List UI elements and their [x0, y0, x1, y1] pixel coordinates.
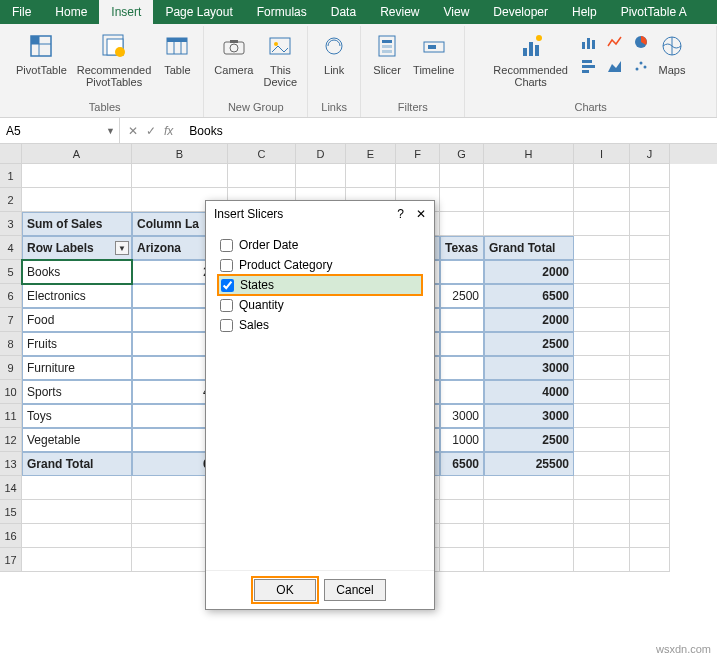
- pivot-data-cell[interactable]: 2000: [484, 260, 574, 284]
- row-header[interactable]: 14: [0, 476, 22, 500]
- cell[interactable]: [484, 164, 574, 188]
- col-header[interactable]: I: [574, 144, 630, 164]
- cell[interactable]: [574, 188, 630, 212]
- select-all-button[interactable]: [0, 144, 22, 164]
- row-header[interactable]: 9: [0, 356, 22, 380]
- checkbox[interactable]: [220, 299, 233, 312]
- cell[interactable]: [296, 164, 346, 188]
- tab-formulas[interactable]: Formulas: [245, 0, 319, 24]
- pivot-data-cell[interactable]: 2500: [484, 332, 574, 356]
- pivot-sum-label[interactable]: Sum of Sales: [22, 212, 132, 236]
- row-header[interactable]: 1: [0, 164, 22, 188]
- cell[interactable]: [22, 164, 132, 188]
- slicer-field-option[interactable]: Sales: [218, 315, 422, 335]
- cell[interactable]: [630, 428, 670, 452]
- cancel-button[interactable]: Cancel: [324, 579, 386, 601]
- cell[interactable]: [574, 356, 630, 380]
- row-header[interactable]: 16: [0, 524, 22, 548]
- row-header[interactable]: 7: [0, 308, 22, 332]
- cell[interactable]: [22, 524, 132, 548]
- pivot-data-cell[interactable]: [440, 260, 484, 284]
- tab-view[interactable]: View: [432, 0, 482, 24]
- this-device-button[interactable]: This Device: [259, 28, 301, 90]
- pivot-data-cell[interactable]: 6500: [484, 284, 574, 308]
- cell[interactable]: [574, 404, 630, 428]
- cell[interactable]: [574, 428, 630, 452]
- pivot-data-cell[interactable]: 3000: [440, 404, 484, 428]
- enter-formula-icon[interactable]: ✓: [146, 124, 156, 138]
- cell[interactable]: [484, 548, 574, 572]
- tab-file[interactable]: File: [0, 0, 43, 24]
- cell[interactable]: [574, 500, 630, 524]
- pivot-data-cell[interactable]: 2500: [440, 284, 484, 308]
- grand-total-cell[interactable]: 25500: [484, 452, 574, 476]
- table-button[interactable]: Table: [157, 28, 197, 78]
- row-header[interactable]: 17: [0, 548, 22, 572]
- cell[interactable]: [574, 380, 630, 404]
- cell[interactable]: [484, 524, 574, 548]
- name-box-dropdown-icon[interactable]: ▼: [106, 126, 115, 136]
- row-header[interactable]: 15: [0, 500, 22, 524]
- row-header[interactable]: 3: [0, 212, 22, 236]
- cell[interactable]: [630, 212, 670, 236]
- cell[interactable]: [440, 548, 484, 572]
- cell[interactable]: [484, 212, 574, 236]
- cell[interactable]: [574, 524, 630, 548]
- tab-developer[interactable]: Developer: [481, 0, 560, 24]
- cell[interactable]: [574, 164, 630, 188]
- cell[interactable]: [630, 452, 670, 476]
- row-header[interactable]: 2: [0, 188, 22, 212]
- cell[interactable]: [440, 164, 484, 188]
- ok-button[interactable]: OK: [254, 579, 316, 601]
- checkbox[interactable]: [221, 279, 234, 292]
- cell[interactable]: [630, 332, 670, 356]
- pivot-data-cell[interactable]: [440, 356, 484, 380]
- pivot-data-cell[interactable]: 1000: [440, 428, 484, 452]
- cell[interactable]: [574, 452, 630, 476]
- maps-button[interactable]: Maps: [652, 28, 692, 78]
- cell[interactable]: [630, 476, 670, 500]
- pivottable-button[interactable]: PivotTable: [12, 28, 71, 78]
- pivot-row-label-cell[interactable]: Toys: [22, 404, 132, 428]
- filter-dropdown-icon[interactable]: ▼: [115, 241, 129, 255]
- link-button[interactable]: Link: [314, 28, 354, 78]
- row-header[interactable]: 8: [0, 332, 22, 356]
- tab-pagelayout[interactable]: Page Layout: [153, 0, 244, 24]
- pivot-data-cell[interactable]: 2000: [484, 308, 574, 332]
- cell[interactable]: [630, 548, 670, 572]
- row-header[interactable]: 4: [0, 236, 22, 260]
- tab-help[interactable]: Help: [560, 0, 609, 24]
- pivot-row-label-cell[interactable]: Electronics: [22, 284, 132, 308]
- pivot-row-label-cell[interactable]: Furniture: [22, 356, 132, 380]
- cell[interactable]: [132, 164, 228, 188]
- cell[interactable]: [574, 284, 630, 308]
- cell[interactable]: [630, 236, 670, 260]
- cell[interactable]: [630, 524, 670, 548]
- formula-input[interactable]: Books: [181, 118, 717, 143]
- cancel-formula-icon[interactable]: ✕: [128, 124, 138, 138]
- tab-pivottable-analyze[interactable]: PivotTable A: [609, 0, 699, 24]
- cell[interactable]: [22, 476, 132, 500]
- col-header[interactable]: D: [296, 144, 346, 164]
- camera-button[interactable]: Camera: [210, 28, 257, 78]
- col-header[interactable]: E: [346, 144, 396, 164]
- row-header[interactable]: 11: [0, 404, 22, 428]
- cell[interactable]: [630, 500, 670, 524]
- cell[interactable]: [630, 308, 670, 332]
- cell[interactable]: [22, 548, 132, 572]
- cell[interactable]: [574, 476, 630, 500]
- cell[interactable]: [484, 500, 574, 524]
- slicer-field-option[interactable]: Product Category: [218, 255, 422, 275]
- recommended-charts-button[interactable]: Recommended Charts: [489, 28, 572, 90]
- pivot-data-cell[interactable]: 2500: [484, 428, 574, 452]
- row-header[interactable]: 13: [0, 452, 22, 476]
- cell[interactable]: [440, 524, 484, 548]
- cell[interactable]: [440, 500, 484, 524]
- col-header[interactable]: B: [132, 144, 228, 164]
- cell[interactable]: [630, 404, 670, 428]
- cell[interactable]: [574, 332, 630, 356]
- col-header[interactable]: J: [630, 144, 670, 164]
- cell[interactable]: [630, 188, 670, 212]
- checkbox[interactable]: [220, 239, 233, 252]
- tab-home[interactable]: Home: [43, 0, 99, 24]
